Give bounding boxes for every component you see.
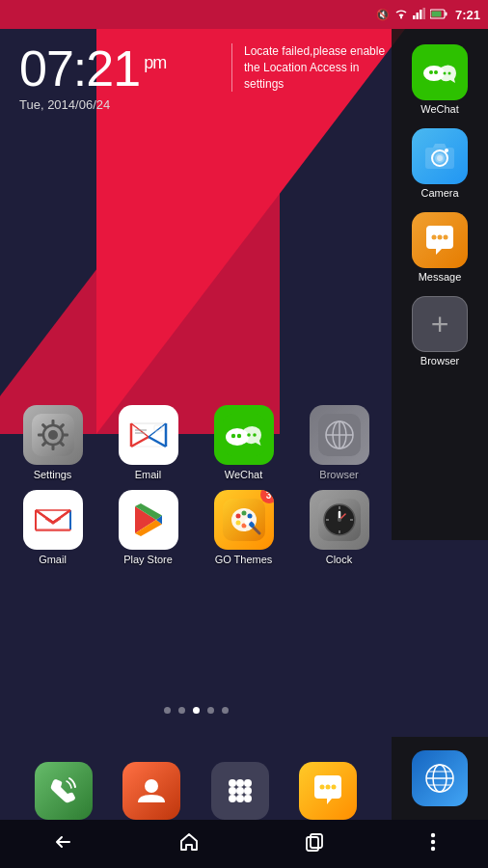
nav-menu-button[interactable] — [415, 824, 451, 865]
app-browser[interactable]: Browser — [296, 405, 382, 480]
sidebar-browser-icon — [412, 750, 468, 806]
svg-point-78 — [338, 518, 341, 522]
browser-grid-icon — [310, 405, 369, 465]
app-gmail[interactable]: Gmail — [10, 490, 95, 565]
svg-point-11 — [444, 72, 447, 75]
svg-point-82 — [244, 779, 252, 787]
svg-point-16 — [437, 155, 443, 161]
browser-sidebar-label: Browser — [420, 355, 459, 366]
app-wechat[interactable]: WeChat — [201, 405, 286, 480]
page-dot-2[interactable] — [178, 707, 185, 714]
playstore-label: Play Store — [123, 554, 173, 565]
page-dot-4[interactable] — [207, 707, 214, 714]
svg-point-61 — [235, 514, 240, 519]
signal-icon — [413, 8, 426, 21]
sidebar-item-browser[interactable]: + Browser — [392, 290, 488, 372]
svg-point-12 — [448, 72, 451, 75]
page-dot-3[interactable] — [193, 707, 200, 714]
wechat-sidebar-label: WeChat — [420, 103, 459, 115]
app-gothemes[interactable]: 3 GO Themes — [201, 490, 286, 565]
sidebar-bottom — [392, 737, 488, 820]
svg-point-20 — [444, 235, 448, 240]
page-dots — [0, 707, 392, 714]
browser-sidebar-icon: + — [412, 296, 468, 352]
notification-bar: Locate failed,please enable the Location… — [231, 43, 386, 92]
plus-icon: + — [431, 307, 449, 342]
svg-rect-3 — [420, 10, 422, 19]
dock-chat[interactable] — [299, 762, 357, 820]
chat-icon — [299, 762, 357, 820]
dock-contacts[interactable] — [122, 762, 180, 820]
sidebar-item-camera[interactable]: Camera — [392, 122, 488, 204]
sidebar-panel: WeChat Camera Message — [392, 29, 488, 540]
svg-point-9 — [429, 70, 433, 74]
svg-rect-24 — [51, 420, 54, 426]
svg-point-89 — [320, 785, 325, 790]
wifi-icon — [393, 8, 409, 21]
app-email[interactable]: Email — [105, 405, 191, 480]
app-playstore[interactable]: Play Store — [105, 490, 191, 565]
svg-point-66 — [235, 521, 240, 526]
clock-time: 07:21pm — [19, 43, 166, 94]
svg-rect-6 — [445, 12, 447, 15]
svg-rect-2 — [416, 13, 419, 19]
clock-icon — [310, 490, 369, 550]
svg-point-48 — [247, 433, 251, 437]
notification-text: Locate failed,please enable the Location… — [244, 44, 385, 91]
svg-rect-1 — [413, 15, 416, 19]
email-label: Email — [135, 469, 162, 480]
app-clock[interactable]: Clock — [296, 490, 382, 565]
page-dot-1[interactable] — [164, 707, 171, 714]
svg-point-0 — [400, 17, 402, 19]
clock-ampm: pm — [144, 53, 166, 72]
camera-sidebar-label: Camera — [420, 187, 458, 199]
svg-point-17 — [445, 149, 448, 152]
dock-phone[interactable] — [35, 762, 93, 820]
svg-rect-27 — [62, 434, 68, 437]
nav-home-button[interactable] — [163, 824, 215, 865]
status-time: 7:21 — [455, 8, 480, 22]
status-bar: 🔇 7:21 — [0, 0, 488, 29]
dock-apps[interactable] — [211, 762, 269, 820]
sidebar-item-wechat[interactable]: WeChat — [392, 39, 488, 121]
svg-point-84 — [236, 787, 244, 795]
wechat-grid-icon — [214, 405, 274, 465]
contacts-icon — [122, 762, 180, 820]
message-sidebar-label: Message — [419, 271, 462, 283]
nav-bar — [0, 820, 488, 868]
gmail-icon — [23, 490, 83, 550]
phone-icon — [35, 762, 93, 820]
gothemes-label: GO Themes — [215, 554, 273, 565]
playstore-icon — [119, 490, 178, 550]
nav-recents-button[interactable] — [288, 824, 340, 865]
svg-point-46 — [230, 434, 234, 438]
page-dot-5[interactable] — [222, 707, 229, 714]
svg-point-100 — [431, 839, 435, 843]
mute-icon: 🔇 — [376, 9, 390, 21]
svg-point-23 — [48, 430, 58, 440]
sidebar-browser-bottom[interactable] — [392, 745, 488, 812]
svg-point-99 — [431, 832, 435, 836]
svg-point-18 — [432, 235, 437, 240]
svg-rect-25 — [51, 444, 54, 450]
svg-point-85 — [244, 787, 252, 795]
svg-point-83 — [229, 787, 236, 795]
settings-label: Settings — [34, 469, 72, 480]
sidebar-item-message[interactable]: Message — [392, 206, 488, 288]
camera-sidebar-icon — [412, 128, 468, 184]
settings-icon — [23, 405, 83, 465]
wechat-grid-label: WeChat — [225, 469, 263, 480]
gmail-label: Gmail — [39, 554, 67, 565]
svg-point-91 — [332, 785, 337, 790]
svg-rect-4 — [422, 8, 425, 19]
svg-point-62 — [241, 511, 246, 516]
svg-point-86 — [229, 795, 236, 802]
svg-point-63 — [247, 514, 252, 519]
app-settings[interactable]: Settings — [10, 405, 95, 480]
svg-rect-26 — [38, 434, 44, 437]
nav-back-button[interactable] — [37, 824, 89, 865]
wechat-sidebar-icon — [412, 44, 468, 100]
svg-point-79 — [145, 779, 158, 793]
status-icons: 🔇 7:21 — [376, 8, 480, 22]
svg-point-101 — [431, 846, 435, 850]
